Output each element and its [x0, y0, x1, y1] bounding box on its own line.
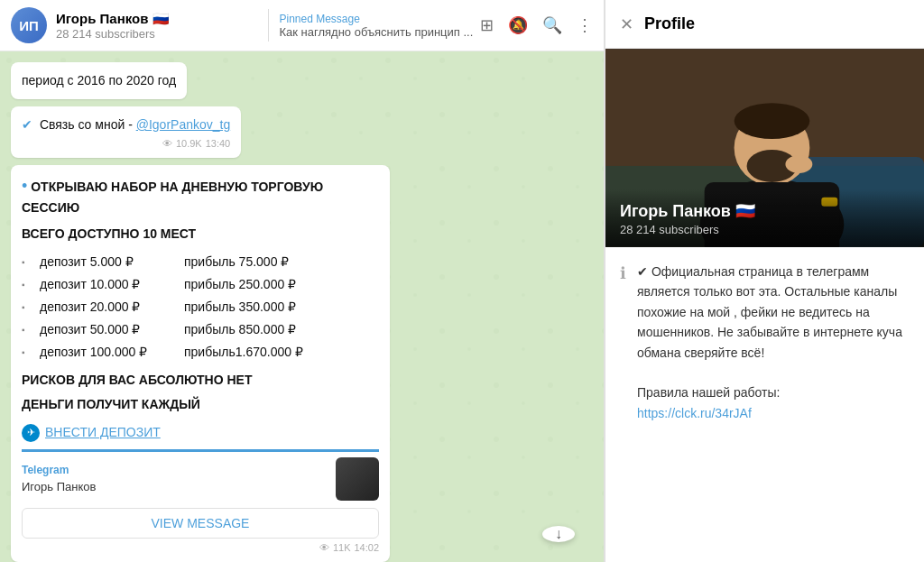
views-icon: 👁 — [162, 138, 172, 149]
deposit-row: ▪ депозит 100.000 ₽ прибыль1.670.000 ₽ — [22, 343, 379, 362]
message-time: 14:02 — [354, 542, 379, 553]
profile-name-overlay: Игорь Панков 🇷🇺 — [620, 201, 910, 221]
sub-header: ВСЕГО ДОСТУПНО 10 МЕСТ — [22, 226, 196, 241]
deposit-row: ▪ депозит 5.000 ₽ прибыль 75.000 ₽ — [22, 253, 379, 272]
more-icon[interactable]: ⋮ — [577, 15, 593, 35]
profile-panel: ✕ Profile — [605, 0, 924, 562]
money-text: ДЕНЬГИ ПОЛУЧИТ КАЖДЫЙ — [22, 397, 200, 411]
telegram-link[interactable]: @IgorPankov_tg — [136, 117, 231, 132]
chat-header: ИП Игорь Панков 🇷🇺 28 214 subscribers Pi… — [0, 0, 604, 51]
channel-name: Игорь Панков 🇷🇺 — [56, 11, 257, 27]
message-item: период с 2016 по 2020 год — [11, 62, 187, 99]
telegram-icon: ✈ — [22, 424, 40, 442]
message-meta: 👁 11K 14:02 — [22, 542, 379, 553]
message-item: • ОТКРЫВАЮ НАБОР НА ДНЕВНУЮ ТОРГОВУЮ СЕС… — [11, 165, 390, 562]
profile-header: ✕ Profile — [605, 0, 924, 49]
view-message-button[interactable]: VIEW MESSAGE — [22, 508, 379, 539]
channel-subscribers: 28 214 subscribers — [56, 27, 257, 41]
link-preview: Telegram Игорь Панков — [22, 449, 379, 501]
message-meta: 👁 10.9K 13:40 — [22, 138, 230, 149]
checkmark-icon: ✔ — [22, 117, 32, 132]
deposit-row: ▪ депозит 10.000 ₽ прибыль 250.000 ₽ — [22, 275, 379, 294]
message-time: 13:40 — [206, 138, 231, 149]
message-views: 10.9K — [176, 138, 202, 149]
messages-area: период с 2016 по 2020 год ✔ Связь со мно… — [0, 51, 604, 562]
pinned-label: Pinned Message — [280, 13, 481, 25]
pin-icon[interactable]: ⊞ — [480, 15, 494, 35]
deposit-link[interactable]: ВНЕСТИ ДЕПОЗИТ — [45, 423, 161, 442]
header-divider — [268, 9, 269, 41]
message-text: период с 2016 по 2020 год — [22, 71, 176, 90]
preview-site: Telegram — [22, 462, 96, 478]
rules-link[interactable]: https://clck.ru/34rJAf — [637, 406, 752, 420]
profile-description-row: ℹ ✔ Официальная страница в телеграмм явл… — [620, 262, 910, 423]
deposit-row: ▪ депозит 50.000 ₽ прибыль 850.000 ₽ — [22, 320, 379, 339]
profile-description: ✔ Официальная страница в телеграмм являе… — [637, 262, 910, 423]
close-profile-button[interactable]: ✕ — [620, 14, 633, 34]
header-icons: ⊞ 🔕 🔍 ⋮ — [480, 15, 593, 35]
deposit-row: ▪ депозит 20.000 ₽ прибыль 350.000 ₽ — [22, 298, 379, 317]
message-item: ✔ Связь со мной - @IgorPankov_tg 👁 10.9K… — [11, 106, 241, 158]
profile-photo: Игорь Панков 🇷🇺 28 214 subscribers — [605, 49, 924, 247]
message-text: • ОТКРЫВАЮ НАБОР НА ДНЕВНУЮ ТОРГОВУЮ СЕС… — [22, 174, 379, 501]
scroll-to-bottom-button[interactable]: ↓ — [542, 526, 575, 542]
no-risk-text: РИСКОВ ДЛЯ ВАС АБСОЛЮТНО НЕТ — [22, 373, 253, 387]
profile-info: ℹ ✔ Официальная страница в телеграмм явл… — [605, 247, 924, 562]
pinned-message[interactable]: Pinned Message Как наглядно объяснить пр… — [280, 13, 481, 39]
channel-info: Игорь Панков 🇷🇺 28 214 subscribers — [56, 11, 257, 41]
chevron-down-icon: ↓ — [555, 526, 562, 542]
message-text: ✔ Связь со мной - @IgorPankov_tg — [22, 115, 230, 134]
preview-thumbnail — [336, 457, 379, 501]
info-icon: ℹ — [620, 263, 626, 283]
profile-photo-overlay: Игорь Панков 🇷🇺 28 214 subscribers — [605, 190, 924, 247]
chat-area: ИП Игорь Панков 🇷🇺 28 214 subscribers Pi… — [0, 0, 605, 562]
svg-point-6 — [735, 103, 810, 139]
message-header-bold: ОТКРЫВАЮ НАБОР НА ДНЕВНУЮ ТОРГОВУЮ СЕССИ… — [22, 180, 323, 215]
svg-point-10 — [785, 155, 812, 173]
profile-subscribers-overlay: 28 214 subscribers — [620, 223, 910, 236]
mute-icon[interactable]: 🔕 — [508, 15, 528, 35]
profile-title: Profile — [644, 14, 695, 33]
channel-avatar[interactable]: ИП — [11, 7, 47, 43]
message-views: 11K — [333, 542, 351, 553]
pinned-text: Как наглядно объяснить принцип ... — [280, 25, 478, 39]
search-icon[interactable]: 🔍 — [542, 15, 562, 35]
views-icon: 👁 — [319, 542, 329, 553]
preview-title: Игорь Панков — [22, 478, 96, 496]
bullet-icon: • — [22, 177, 27, 195]
